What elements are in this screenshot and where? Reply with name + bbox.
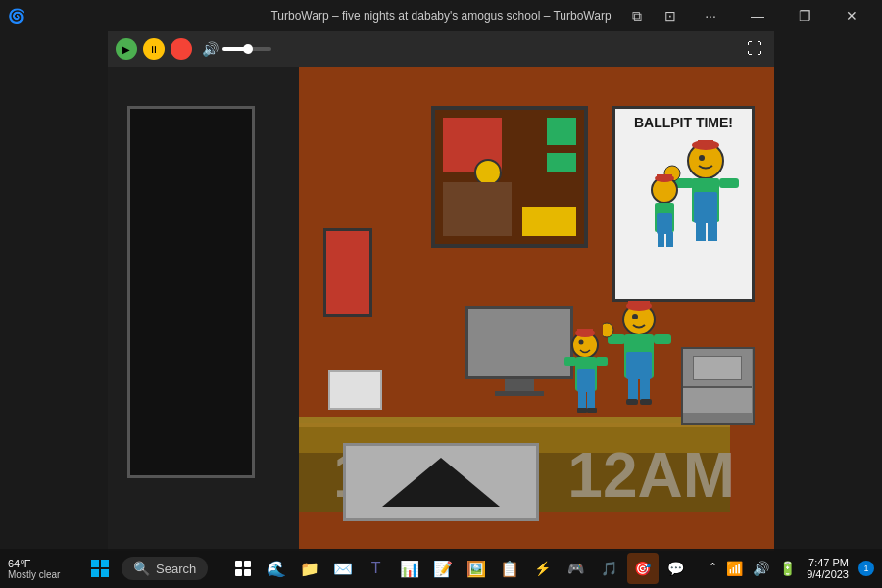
svg-rect-10 bbox=[708, 221, 717, 241]
volume-knob bbox=[243, 44, 253, 54]
weather-widget[interactable]: 64°F Mostly clear bbox=[8, 558, 76, 580]
search-bar[interactable]: 🔍 Search bbox=[122, 557, 208, 580]
red-picture bbox=[323, 228, 372, 317]
poster-illustration bbox=[625, 131, 743, 269]
camera-button[interactable] bbox=[343, 443, 539, 521]
window-pane-tr2 bbox=[547, 153, 576, 172]
svg-point-19 bbox=[632, 314, 638, 319]
character-tall bbox=[603, 298, 676, 425]
svg-rect-13 bbox=[657, 174, 672, 181]
chevron-icon[interactable]: ˄ bbox=[707, 559, 719, 578]
teams-button[interactable]: T bbox=[361, 553, 392, 584]
svg-rect-48 bbox=[244, 561, 251, 567]
svg-rect-23 bbox=[626, 352, 652, 379]
app2-button[interactable]: 🎮 bbox=[561, 553, 592, 584]
svg-rect-5 bbox=[694, 192, 717, 223]
titlebar-controls: ⧉ ⊡ ··· — ❐ ✕ bbox=[621, 0, 874, 31]
character-short bbox=[559, 327, 612, 425]
svg-rect-49 bbox=[235, 569, 242, 576]
window-pane-br bbox=[522, 207, 576, 236]
svg-rect-7 bbox=[719, 178, 739, 188]
app3-button[interactable]: 🎵 bbox=[594, 553, 625, 584]
mail-button[interactable]: ✉️ bbox=[327, 553, 359, 584]
weather-description: Mostly clear bbox=[8, 569, 76, 580]
sound-icon[interactable]: 🔊 bbox=[750, 559, 772, 578]
powerpoint-button[interactable]: 📋 bbox=[494, 553, 525, 584]
svg-rect-37 bbox=[564, 357, 576, 366]
door-frame bbox=[127, 106, 255, 478]
volume-control[interactable]: 🔊 bbox=[202, 41, 271, 57]
file-explorer-button[interactable]: 📁 bbox=[294, 553, 325, 584]
game-toolbar: ▶ ⏸ 🔊 ⛶ bbox=[108, 31, 774, 67]
volume-slider[interactable] bbox=[222, 47, 271, 51]
battery-icon[interactable]: 🔋 bbox=[776, 559, 799, 578]
titlebar: 🌀 TurboWarp – five nights at dababy's am… bbox=[0, 0, 882, 31]
svg-rect-36 bbox=[577, 369, 595, 392]
titlebar-left-icons: 🌀 bbox=[8, 8, 24, 24]
back-window bbox=[431, 106, 588, 248]
close-button[interactable]: ✕ bbox=[829, 0, 874, 31]
titlebar-more-button[interactable]: ··· bbox=[688, 0, 733, 31]
svg-rect-28 bbox=[640, 378, 650, 400]
time-text: 12AM bbox=[567, 439, 735, 512]
monitor-stand bbox=[505, 379, 534, 391]
svg-point-1 bbox=[699, 155, 705, 161]
svg-rect-44 bbox=[101, 560, 109, 567]
svg-point-32 bbox=[579, 340, 584, 345]
svg-rect-29 bbox=[626, 399, 638, 405]
app1-button[interactable]: ⚡ bbox=[527, 553, 559, 584]
svg-rect-30 bbox=[640, 399, 652, 405]
svg-rect-41 bbox=[577, 408, 587, 413]
pause-button[interactable]: ⏸ bbox=[143, 38, 165, 60]
stop-button[interactable] bbox=[171, 38, 192, 60]
svg-rect-47 bbox=[235, 561, 242, 567]
svg-rect-45 bbox=[91, 569, 99, 577]
fullscreen-button[interactable]: ⛶ bbox=[743, 36, 766, 62]
clock[interactable]: 7:47 PM 9/4/2023 bbox=[803, 557, 853, 580]
poster: BALLPIT TIME! bbox=[612, 106, 755, 302]
photos-button[interactable]: 🖼️ bbox=[461, 553, 492, 584]
clock-time: 7:47 PM bbox=[808, 557, 849, 568]
camera-up-arrow bbox=[382, 458, 500, 507]
cash-register bbox=[681, 347, 755, 425]
arrow-triangle bbox=[382, 458, 500, 507]
svg-rect-46 bbox=[101, 569, 109, 577]
excel-button[interactable]: 📊 bbox=[394, 553, 425, 584]
window-title: TurboWarp – five nights at dababy's amog… bbox=[270, 9, 611, 23]
titlebar-share-button[interactable]: ⧉ bbox=[621, 0, 653, 31]
app4-button[interactable]: 🎯 bbox=[627, 553, 659, 584]
start-button[interactable] bbox=[84, 553, 116, 584]
windows-icon bbox=[91, 560, 109, 577]
app5-button[interactable]: 💬 bbox=[661, 553, 692, 584]
app-icon: 🌀 bbox=[8, 8, 24, 24]
edge-button[interactable]: 🌊 bbox=[261, 553, 292, 584]
task-view-button[interactable] bbox=[227, 553, 259, 584]
taskbar: 64°F Mostly clear 🔍 Search 🌊 📁 bbox=[0, 549, 882, 588]
notification-badge[interactable]: 1 bbox=[858, 561, 874, 576]
clock-date: 9/4/2023 bbox=[807, 568, 849, 580]
svg-rect-15 bbox=[657, 213, 672, 234]
svg-rect-50 bbox=[244, 569, 251, 576]
svg-rect-17 bbox=[666, 232, 673, 247]
task-view-icon bbox=[235, 561, 251, 576]
monitor-base bbox=[495, 391, 544, 396]
svg-rect-38 bbox=[596, 357, 608, 366]
svg-rect-39 bbox=[578, 391, 586, 409]
svg-rect-43 bbox=[91, 560, 99, 567]
maximize-button[interactable]: ❐ bbox=[782, 0, 827, 31]
svg-rect-27 bbox=[628, 378, 638, 400]
svg-rect-40 bbox=[587, 391, 595, 409]
network-icon[interactable]: 📶 bbox=[723, 559, 746, 578]
svg-rect-3 bbox=[698, 140, 713, 148]
window-pane-bl bbox=[443, 182, 512, 236]
svg-rect-9 bbox=[696, 221, 706, 241]
play-button[interactable]: ▶ bbox=[116, 38, 137, 60]
volume-icon: 🔊 bbox=[202, 41, 219, 57]
svg-rect-21 bbox=[628, 301, 650, 309]
weather-temperature: 64°F bbox=[8, 558, 76, 569]
minimize-button[interactable]: — bbox=[735, 0, 780, 31]
white-frame-1 bbox=[328, 370, 382, 410]
system-tray: ˄ 📶 🔊 🔋 7:47 PM 9/4/2023 1 bbox=[707, 557, 874, 580]
word-button[interactable]: 📝 bbox=[427, 553, 459, 584]
titlebar-pip-button[interactable]: ⊡ bbox=[655, 0, 686, 31]
